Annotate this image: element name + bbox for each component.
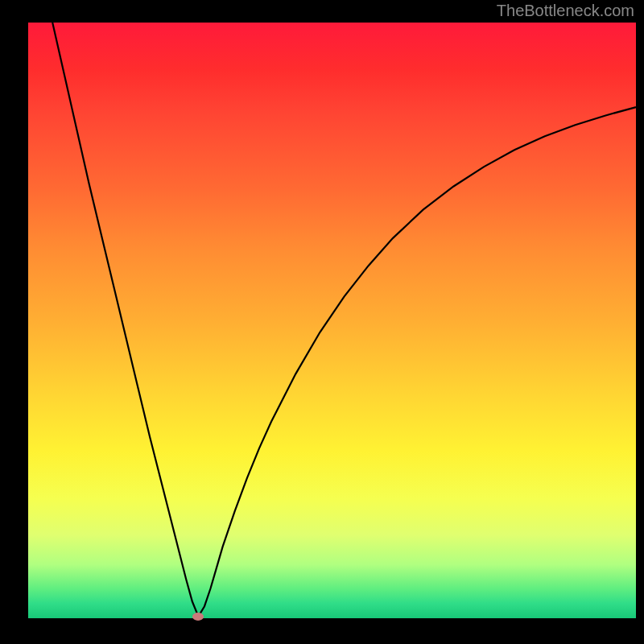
chart-plot-area bbox=[28, 23, 636, 618]
watermark-text: TheBottleneck.com bbox=[497, 2, 634, 20]
bottleneck-curve bbox=[28, 23, 636, 618]
minimum-marker bbox=[192, 613, 204, 621]
